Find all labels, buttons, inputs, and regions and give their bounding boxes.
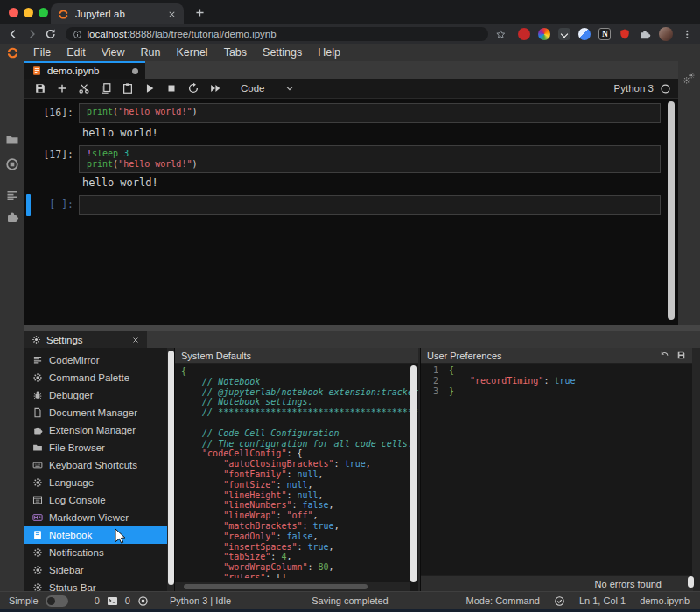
settings-item-language[interactable]: Language <box>24 474 167 491</box>
menu-help[interactable]: Help <box>310 44 348 61</box>
simple-mode-toggle[interactable] <box>46 595 68 607</box>
user-preferences-scrollbar[interactable] <box>688 576 694 588</box>
profile-avatar-icon[interactable] <box>659 27 673 41</box>
settings-item-command-palette[interactable]: Command Palette <box>24 369 167 386</box>
status-bar-left: Simple 0 0 Python 3 | Idle <box>9 595 231 607</box>
menu-kernel[interactable]: Kernel <box>169 44 216 61</box>
settings-item-file-browser[interactable]: File Browser <box>24 439 167 456</box>
settings-item-log-console[interactable]: Log Console <box>24 491 167 509</box>
chevron-down-icon[interactable] <box>284 83 295 94</box>
extension-icons: N <box>518 27 673 41</box>
right-sidebar <box>678 61 700 325</box>
kernel-name[interactable]: Python 3 <box>614 83 654 94</box>
extension-blue-icon[interactable] <box>578 28 591 40</box>
tab-settings[interactable]: Settings <box>24 331 147 348</box>
site-info-icon[interactable] <box>73 30 82 39</box>
tab-close-icon[interactable] <box>167 10 177 19</box>
code-cell[interactable]: [17]:!sleep 3print("hello world!") <box>30 145 661 173</box>
kernel-sessions-icon[interactable] <box>137 595 149 607</box>
restart-kernel-button[interactable] <box>187 82 200 94</box>
notebook-scrollbar[interactable] <box>668 101 675 320</box>
run-cell-button[interactable] <box>144 82 156 94</box>
table-of-contents-icon[interactable] <box>5 189 19 203</box>
notion-extension-icon[interactable]: N <box>598 28 611 40</box>
menu-run[interactable]: Run <box>133 44 169 61</box>
close-icon[interactable] <box>131 336 140 344</box>
browser-tab[interactable]: JupyterLab <box>51 3 184 24</box>
save-settings-icon[interactable] <box>676 351 686 360</box>
panel-splitter[interactable] <box>24 325 700 331</box>
kernel-status-text[interactable]: Python 3 | Idle <box>170 595 231 606</box>
cell-editor[interactable] <box>79 195 661 215</box>
pocket-extension-icon[interactable] <box>558 28 570 40</box>
menu-edit[interactable]: Edit <box>59 44 94 61</box>
settings-item-sidebar[interactable]: Sidebar <box>24 561 167 579</box>
window-minimize-button[interactable] <box>24 8 33 17</box>
settings-list-scrollbar[interactable] <box>168 351 174 585</box>
extension-rainbow-icon[interactable] <box>538 28 550 40</box>
file-browser-icon[interactable] <box>5 133 19 147</box>
back-icon[interactable] <box>7 28 19 40</box>
extension-red-icon[interactable] <box>518 28 530 40</box>
reload-icon[interactable] <box>45 28 57 40</box>
settings-item-notebook[interactable]: Notebook <box>24 526 167 544</box>
cell-editor[interactable]: !sleep 3print("hello world!") <box>79 145 661 173</box>
save-button[interactable] <box>34 82 46 94</box>
code-cell[interactable]: [ ]: <box>30 195 661 215</box>
settings-item-notifications[interactable]: Notifications <box>24 544 167 561</box>
tab-demo-ipynb[interactable]: demo.ipynb <box>24 61 145 79</box>
running-sessions-icon[interactable] <box>5 157 19 171</box>
system-defaults-scrollbar[interactable] <box>410 365 416 582</box>
kernel-indicator: Python 3 <box>614 83 671 94</box>
browser-menu-icon[interactable] <box>682 29 693 40</box>
insert-cell-button[interactable] <box>56 82 68 94</box>
system-defaults-hscrollbar[interactable] <box>175 582 410 591</box>
user-preferences-code[interactable]: { "recordTiming": true} <box>442 363 693 575</box>
copy-cell-button[interactable] <box>100 82 112 94</box>
window-zoom-button[interactable] <box>38 8 48 17</box>
user-preferences-panel: User Preferences 123 { "recordTiming": t… <box>420 348 692 591</box>
menu-settings[interactable]: Settings <box>255 44 310 61</box>
menu-tabs[interactable]: Tabs <box>216 44 255 61</box>
cursor-position-text[interactable]: Ln 1, Col 1 <box>579 595 626 606</box>
keyboard-icon <box>32 460 43 470</box>
window-close-button[interactable] <box>9 8 18 17</box>
system-defaults-editor[interactable]: { // Notebook // @jupyterlab/notebook-ex… <box>175 364 418 578</box>
settings-item-status-bar[interactable]: Status Bar <box>24 579 167 591</box>
extension-manager-icon[interactable] <box>5 210 19 224</box>
user-preferences-editor[interactable]: 123 { "recordTiming": true} <box>421 363 693 575</box>
settings-item-debugger[interactable]: Debugger <box>24 386 167 404</box>
extensions-puzzle-icon[interactable] <box>639 28 651 40</box>
settings-item-extension-manager[interactable]: Extension Manager <box>24 421 167 439</box>
code-cell[interactable]: [16]:print("hello world!") <box>30 103 661 123</box>
shield-extension-icon[interactable] <box>619 28 631 40</box>
new-tab-button[interactable] <box>194 7 206 18</box>
gear-icon <box>32 547 43 558</box>
settings-item-label: Debugger <box>49 390 94 400</box>
terminal-icon[interactable] <box>107 595 118 607</box>
property-inspector-icon[interactable] <box>682 72 696 85</box>
cut-cell-button[interactable] <box>78 82 90 94</box>
forward-icon[interactable] <box>26 28 38 40</box>
address-bar[interactable]: localhost :8888/lab/tree/tutorial/demo.i… <box>66 27 488 41</box>
settings-item-document-manager[interactable]: Document Manager <box>24 404 167 421</box>
restart-run-all-button[interactable] <box>209 82 221 94</box>
settings-item-keyboard-shortcuts[interactable]: Keyboard Shortcuts <box>24 456 167 474</box>
paste-cell-button[interactable] <box>122 82 134 94</box>
settings-panel: CodeMirrorCommand PaletteDebuggerDocumen… <box>24 348 700 591</box>
cell-type-select[interactable]: Code <box>241 83 265 94</box>
cell-editor[interactable]: print("hello world!") <box>79 103 661 123</box>
menu-view[interactable]: View <box>94 44 133 61</box>
hscrollbar-thumb[interactable] <box>184 584 368 589</box>
bookmark-star-icon[interactable] <box>495 29 507 40</box>
interrupt-kernel-button[interactable] <box>165 82 178 94</box>
cell-list: [16]:print("hello world!")hello world![1… <box>24 99 678 215</box>
settings-item-markdown-viewer[interactable]: Markdown Viewer <box>24 509 167 526</box>
kernel-status-icon[interactable] <box>660 83 671 94</box>
kernel-count: 0 <box>125 595 130 606</box>
undo-icon[interactable] <box>660 351 669 360</box>
settings-item-codemirror[interactable]: CodeMirror <box>24 351 167 369</box>
menu-file[interactable]: File <box>25 44 59 61</box>
bottom-panel-tab-bar: Settings <box>24 331 700 348</box>
command-mode-text[interactable]: Mode: Command <box>466 595 540 606</box>
